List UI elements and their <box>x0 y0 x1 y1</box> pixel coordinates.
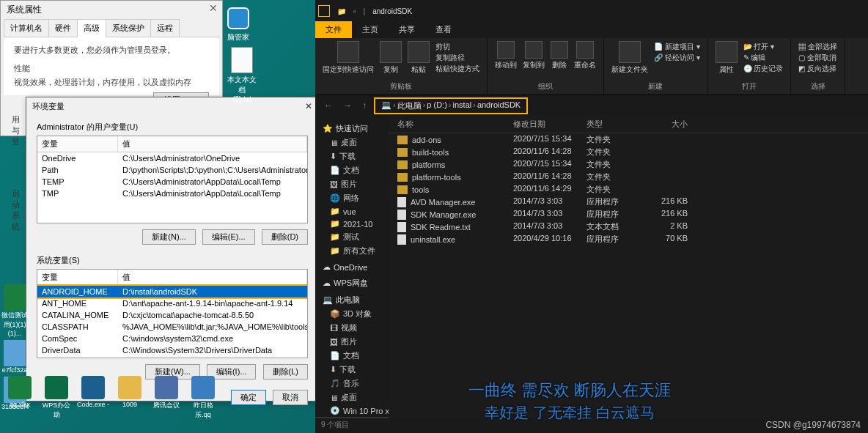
easyaccess-button[interactable]: 🔗 轻松访问 ▾ <box>654 53 700 63</box>
sidebar-item[interactable]: 📄 文档 <box>315 349 389 363</box>
sidebar-item[interactable]: 🎵 音乐 <box>315 377 389 391</box>
shortcut-button[interactable]: 粘贴快捷方式 <box>435 64 479 74</box>
sidebar-item[interactable]: 📁 2021-10 <box>315 218 389 230</box>
table-row[interactable]: CLASSPATH%JAVA_HOME%\lib\dt.jar;%JAVA_HO… <box>37 321 307 333</box>
file-row[interactable]: tools2020/11/6 14:29文件夹 <box>389 183 868 196</box>
delete-button[interactable]: 删除(D) <box>262 229 308 245</box>
tab-share[interactable]: 共享 <box>389 21 425 38</box>
delete-button[interactable]: 删除 <box>551 41 568 70</box>
selall-button[interactable]: ▦ 全部选择 <box>798 42 837 52</box>
sidebar-item[interactable]: 📁 测试 <box>315 230 389 244</box>
cut-button[interactable]: 剪切 <box>435 42 479 52</box>
new-button[interactable]: 新建(N)... <box>142 229 195 245</box>
tab-hardware[interactable]: 硬件 <box>48 19 78 37</box>
forward-button[interactable]: → <box>340 100 355 111</box>
sidebar-item[interactable]: 🖥 桌面 <box>315 391 389 404</box>
sidebar-item[interactable]: ⬇ 下载 <box>315 149 389 163</box>
file-row[interactable]: build-tools2020/11/6 14:28文件夹 <box>389 146 868 158</box>
sidebar-item[interactable]: 📁 vue <box>315 205 389 218</box>
tab-protection[interactable]: 系统保护 <box>106 19 151 37</box>
selinv-button[interactable]: ◩ 反向选择 <box>798 64 837 74</box>
close-icon[interactable]: ✕ <box>305 101 312 112</box>
table-row[interactable]: ANT_HOMED:\ant\apache-ant-1.9.14-bin\apa… <box>37 297 307 309</box>
table-row[interactable]: TEMPC:\Users\Administrator\AppData\Local… <box>37 176 307 188</box>
sidebar-pc[interactable]: 💻 此电脑 <box>315 293 389 307</box>
selnone-button[interactable]: ▢ 全部取消 <box>798 53 837 63</box>
tab-advanced[interactable]: 高级 <box>77 19 106 37</box>
table-row[interactable]: PathD:\python\Scripts\;D:\python\;C:\Use… <box>37 164 307 176</box>
file-list[interactable]: 名称修改日期类型大小 add-ons2020/7/15 15:34文件夹buil… <box>389 116 868 418</box>
sidebar-item[interactable]: ⬇ 下载 <box>315 363 389 377</box>
tab-computer-name[interactable]: 计算机名 <box>4 19 49 37</box>
sidebar-onedrive[interactable]: ☁ OneDrive <box>315 261 389 273</box>
desktop-icon[interactable]: 昨日格乐.qq <box>186 376 220 420</box>
copy-button[interactable]: 复制 <box>380 41 402 75</box>
tab-remote[interactable]: 远程 <box>150 19 180 37</box>
props-button[interactable]: 属性 <box>716 41 738 75</box>
file-row[interactable]: SDK Readme.txt2014/7/3 3:03文本文档2 KB <box>389 221 868 233</box>
sidebar-item[interactable]: 🖥 桌面 <box>315 136 389 149</box>
desktop-icon[interactable]: WPS办公助 <box>40 376 73 420</box>
table-row[interactable]: DriverDataC:\Windows\System32\Drivers\Dr… <box>37 344 307 356</box>
desktop-icon[interactable]: 1009 <box>113 376 147 420</box>
newitem-button[interactable]: 📄 新建项目 ▾ <box>654 42 700 52</box>
edit-button[interactable]: 编辑(E)... <box>202 229 255 245</box>
col-name[interactable]: 变量 <box>37 270 118 285</box>
sidebar[interactable]: ⭐ 快速访问 🖥 桌面 ⬇ 下载 📄 文档 🖼 图片 🌐 网络 📁 vue 📁 … <box>315 116 389 418</box>
file-row[interactable]: uninstall.exe2020/4/29 10:16应用程序70 KB <box>389 233 868 245</box>
edit-button[interactable]: ✎ 编辑 <box>743 53 784 63</box>
move-button[interactable]: 移动到 <box>495 41 517 70</box>
history-button[interactable]: 🕘 历史记录 <box>743 64 784 74</box>
desktop-icon[interactable]: qq.xlsx <box>3 376 37 420</box>
col-value[interactable]: 值 <box>118 136 307 152</box>
sidebar-item[interactable]: 🌐 网络 <box>315 191 389 205</box>
file-row[interactable]: add-ons2020/7/15 15:34文件夹 <box>389 133 868 146</box>
paste-button[interactable]: 粘贴 <box>408 41 430 75</box>
pin-button[interactable]: 固定到快速访问 <box>323 41 374 75</box>
cancel-button[interactable]: 取消 <box>273 390 308 405</box>
qq-icon[interactable] <box>227 7 249 29</box>
file-row[interactable]: SDK Manager.exe2014/7/3 3:03应用程序216 KB <box>389 208 868 221</box>
table-row[interactable]: JAVA_HOMED:\java\java\jdk1.8.0_131 <box>37 356 307 358</box>
newfolder-button[interactable]: 新建文件夹 <box>611 41 648 75</box>
sidebar-item[interactable]: 📦 3D 对象 <box>315 307 389 321</box>
table-row-selected[interactable]: ANDROID_HOMED:\instal\androidSDK <box>37 286 307 297</box>
file-row[interactable]: AVD Manager.exe2014/7/3 3:03应用程序216 KB <box>389 196 868 208</box>
col-value[interactable]: 值 <box>118 270 307 285</box>
sys-vars-list[interactable]: 变量 值 ANDROID_HOMED:\instal\androidSDK AN… <box>37 269 308 358</box>
sidebar-item[interactable]: 🖼 图片 <box>315 335 389 349</box>
sidebar-item[interactable]: 📄 文档 <box>315 163 389 177</box>
user-vars-list[interactable]: 变量 值 OneDriveC:\Users\Administrator\OneD… <box>37 136 308 223</box>
open-button[interactable]: 📂 打开 ▾ <box>743 42 784 52</box>
table-row[interactable]: ComSpecC:\windows\system32\cmd.exe <box>37 333 307 344</box>
delete-button[interactable]: 删除(L) <box>263 364 308 380</box>
back-button[interactable]: ← <box>321 100 336 111</box>
close-icon[interactable]: ✕ <box>209 2 218 14</box>
rename-button[interactable]: 重命名 <box>574 41 596 70</box>
sidebar-quick[interactable]: ⭐ 快速访问 <box>315 122 389 136</box>
tab-file[interactable]: 文件 <box>315 21 352 38</box>
file-row[interactable]: platforms2020/7/15 15:34文件夹 <box>389 158 868 171</box>
copyto-button[interactable]: 复制到 <box>523 41 545 70</box>
file-header[interactable]: 名称修改日期类型大小 <box>389 116 868 133</box>
breadcrumb[interactable]: 💻› 此电脑› p (D:)› instal› androidSDK <box>374 97 528 114</box>
desktop-icon[interactable]: 腾讯会议 <box>150 376 183 420</box>
table-row[interactable]: TMPC:\Users\Administrator\AppData\Local\… <box>37 188 307 199</box>
tab-home[interactable]: 主页 <box>352 21 389 38</box>
table-row[interactable]: OneDriveC:\Users\Administrator\OneDrive <box>37 152 307 164</box>
copypath-button[interactable]: 复制路径 <box>435 53 479 63</box>
qa-icon[interactable]: 📁 <box>334 6 349 17</box>
sidebar-wps[interactable]: ☁ WPS网盘 <box>315 276 389 290</box>
sidebar-item[interactable]: 💿 Win 10 Pro x64 (C <box>315 404 389 417</box>
sidebar-item[interactable]: 📁 所有文件 <box>315 244 389 258</box>
ok-button[interactable]: 确定 <box>231 390 266 405</box>
sidebar-item[interactable]: 🖼 图片 <box>315 177 389 191</box>
desktop-icon[interactable]: Code.exe - <box>76 376 110 420</box>
qa-icon[interactable]: ▫ <box>350 6 359 17</box>
desktop-file[interactable]: 本文本文档 (2).txt <box>227 47 257 103</box>
table-row[interactable]: CATALINA_HOMED:\cxjc\tomcat\apache-tomca… <box>37 309 307 321</box>
col-name[interactable]: 变量 <box>37 136 118 152</box>
sidebar-item[interactable]: 🎞 视频 <box>315 321 389 335</box>
tab-view[interactable]: 查看 <box>425 21 462 38</box>
file-row[interactable]: platform-tools2020/11/6 14:28文件夹 <box>389 171 868 183</box>
